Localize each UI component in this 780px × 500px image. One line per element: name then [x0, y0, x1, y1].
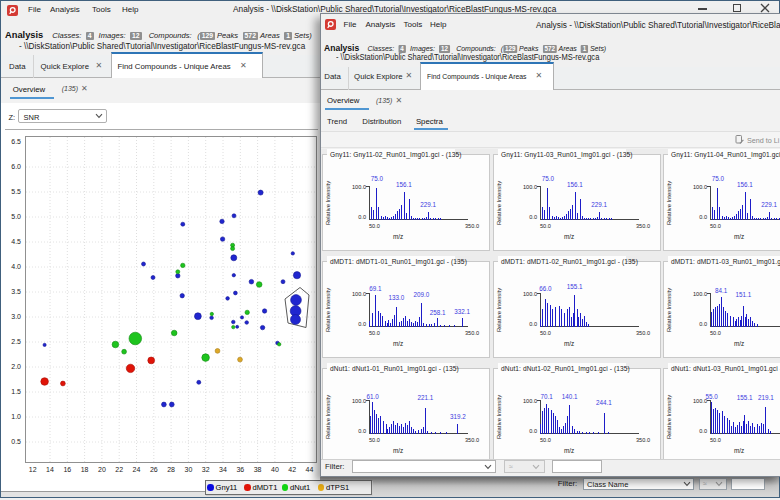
svg-text:75.0: 75.0	[371, 175, 384, 182]
svg-text:156.1: 156.1	[737, 180, 753, 187]
svg-text:5.0: 5.0	[11, 213, 21, 220]
svg-text:28: 28	[167, 466, 175, 473]
svg-text:dMDT1: dMDT1-03_Run01_Img01.gc: dMDT1: dMDT1-03_Run01_Img01.gci - (135)	[671, 258, 780, 266]
svg-text:1.0: 1.0	[11, 413, 21, 420]
svg-text:133.0: 133.0	[389, 293, 405, 300]
svg-text:0.0: 0.0	[358, 214, 366, 220]
svg-text:229.1: 229.1	[761, 201, 777, 208]
svg-text:100.0: 100.0	[352, 291, 366, 297]
svg-text:3.0: 3.0	[11, 313, 21, 320]
svg-text:18: 18	[81, 466, 89, 473]
svg-text:151.1: 151.1	[735, 291, 751, 298]
svg-text:6.0: 6.0	[11, 163, 21, 170]
svg-text:Relative Intensity: Relative Intensity	[325, 394, 331, 438]
svg-text:66.0: 66.0	[539, 284, 552, 291]
svg-text:350.0: 350.0	[465, 223, 479, 229]
svg-text:m/z: m/z	[734, 233, 744, 240]
svg-text:219.1: 219.1	[758, 393, 774, 400]
svg-text:Relative Intensity: Relative Intensity	[496, 287, 502, 331]
svg-text:229.1: 229.1	[420, 201, 436, 208]
svg-text:dNut1: dNut1-03_Run01_Img01.gc: dNut1: dNut1-03_Run01_Img01.gci - (135)	[671, 365, 780, 373]
svg-text:61.0: 61.0	[366, 393, 379, 400]
svg-text:84.1: 84.1	[715, 286, 728, 293]
svg-text:m/z: m/z	[393, 447, 403, 454]
svg-text:Gny11: Gny11-04_Run01_Img01.gc: Gny11: Gny11-04_Run01_Img01.gci - (135)	[671, 151, 780, 159]
svg-text:26: 26	[150, 466, 158, 473]
svg-text:m/z: m/z	[564, 447, 574, 454]
svg-text:34: 34	[219, 466, 227, 473]
svg-text:m/z: m/z	[393, 233, 403, 240]
svg-text:dMDT1: dMDT1-02_Run01_Img01.gc: dMDT1: dMDT1-02_Run01_Img01.gci - (135)	[501, 258, 638, 266]
svg-text:m/z: m/z	[734, 447, 744, 454]
svg-text:221.1: 221.1	[418, 393, 434, 400]
svg-text:69.1: 69.1	[369, 284, 382, 291]
svg-text:m/z: m/z	[734, 340, 744, 347]
svg-text:156.1: 156.1	[396, 180, 412, 187]
svg-text:140.1: 140.1	[561, 392, 577, 399]
svg-text:319.2: 319.2	[450, 412, 466, 419]
svg-text:244.1: 244.1	[596, 399, 612, 406]
svg-text:40: 40	[271, 466, 279, 473]
svg-text:Relative Intensity: Relative Intensity	[325, 180, 331, 224]
svg-text:36: 36	[236, 466, 244, 473]
svg-text:44: 44	[306, 466, 314, 473]
svg-text:0.0: 0.0	[529, 321, 537, 327]
svg-text:350.0: 350.0	[636, 223, 650, 229]
svg-text:258.1: 258.1	[430, 309, 446, 316]
svg-text:50.0: 50.0	[369, 437, 380, 443]
svg-text:6.5: 6.5	[11, 138, 21, 145]
svg-text:Gny11: Gny11-02_Run01_Img01.gc: Gny11: Gny11-02_Run01_Img01.gci - (135)	[330, 151, 462, 159]
svg-text:0.0: 0.0	[529, 214, 537, 220]
svg-text:Relative Intensity: Relative Intensity	[666, 180, 672, 224]
svg-text:50.0: 50.0	[540, 330, 551, 336]
svg-text:4.0: 4.0	[11, 263, 21, 270]
svg-text:20: 20	[98, 466, 106, 473]
svg-text:0.5: 0.5	[11, 438, 21, 445]
svg-text:100.0: 100.0	[352, 184, 366, 190]
svg-text:229.1: 229.1	[591, 201, 607, 208]
svg-text:m/z: m/z	[564, 233, 574, 240]
svg-text:2.0: 2.0	[11, 363, 21, 370]
svg-text:2.5: 2.5	[11, 338, 21, 345]
svg-text:70.1: 70.1	[540, 392, 553, 399]
svg-text:156.1: 156.1	[567, 180, 583, 187]
svg-text:75.0: 75.0	[712, 175, 725, 182]
svg-text:32: 32	[202, 466, 210, 473]
svg-text:Relative Intensity: Relative Intensity	[496, 394, 502, 438]
svg-text:5.5: 5.5	[11, 188, 21, 195]
svg-text:55.0: 55.0	[705, 393, 718, 400]
svg-text:0.0: 0.0	[699, 214, 707, 220]
svg-text:50.0: 50.0	[540, 223, 551, 229]
svg-text:Relative Intensity: Relative Intensity	[496, 180, 502, 224]
svg-text:100.0: 100.0	[693, 184, 707, 190]
svg-text:0.0: 0.0	[358, 321, 366, 327]
svg-text:209.0: 209.0	[414, 290, 430, 297]
svg-text:0.0: 0.0	[699, 428, 707, 434]
svg-text:0.0: 0.0	[529, 428, 537, 434]
svg-text:50.0: 50.0	[710, 223, 721, 229]
svg-text:100.0: 100.0	[523, 291, 537, 297]
svg-text:100.0: 100.0	[523, 398, 537, 404]
svg-text:350.0: 350.0	[465, 437, 479, 443]
svg-text:dMDT1: dMDT1-01_Run01_Img01.gc: dMDT1: dMDT1-01_Run01_Img01.gci - (135)	[330, 258, 467, 266]
svg-text:30: 30	[185, 466, 193, 473]
svg-text:1.5: 1.5	[11, 388, 21, 395]
svg-text:50.0: 50.0	[369, 223, 380, 229]
svg-text:38: 38	[254, 466, 262, 473]
svg-text:50.0: 50.0	[710, 330, 721, 336]
svg-text:m/z: m/z	[393, 340, 403, 347]
svg-text:4.5: 4.5	[11, 238, 21, 245]
svg-text:0.0: 0.0	[699, 321, 707, 327]
svg-text:75.0: 75.0	[541, 175, 554, 182]
svg-text:3.5: 3.5	[11, 288, 21, 295]
svg-text:24: 24	[133, 466, 141, 473]
svg-text:100.0: 100.0	[352, 398, 366, 404]
svg-text:Relative Intensity: Relative Intensity	[666, 394, 672, 438]
svg-text:16: 16	[63, 466, 71, 473]
svg-text:m/z: m/z	[564, 340, 574, 347]
svg-text:350.0: 350.0	[465, 330, 479, 336]
svg-text:dNut1: dNut1-01_Run01_Img01.gc: dNut1: dNut1-01_Run01_Img01.gci - (135)	[330, 365, 459, 373]
svg-text:dNut1: dNut1-02_Run01_Img01.gc: dNut1: dNut1-02_Run01_Img01.gci - (135)	[501, 365, 630, 373]
svg-text:350.0: 350.0	[636, 437, 650, 443]
svg-text:155.1: 155.1	[566, 283, 582, 290]
